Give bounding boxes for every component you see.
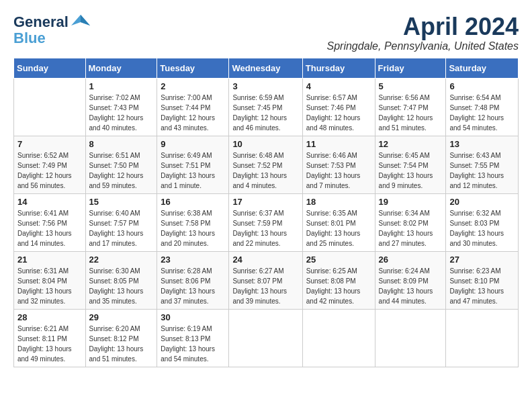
- day-number: 28: [17, 312, 82, 322]
- day-number: 16: [161, 197, 225, 207]
- calendar-cell: 11 Sunrise: 6:46 AMSunset: 7:53 PMDaylig…: [302, 136, 375, 193]
- day-info: Sunrise: 6:41 AMSunset: 7:56 PMDaylight:…: [17, 210, 72, 247]
- day-info: Sunrise: 6:35 AMSunset: 8:01 PMDaylight:…: [306, 210, 361, 247]
- calendar-cell: 10 Sunrise: 6:48 AMSunset: 7:52 PMDaylig…: [229, 136, 302, 193]
- day-number: 4: [306, 81, 371, 91]
- svg-marker-1: [81, 15, 90, 26]
- day-number: 1: [89, 81, 154, 91]
- calendar-cell: 26 Sunrise: 6:24 AMSunset: 8:09 PMDaylig…: [375, 251, 446, 309]
- day-info: Sunrise: 6:45 AMSunset: 7:54 PMDaylight:…: [379, 152, 433, 189]
- day-info: Sunrise: 6:48 AMSunset: 7:52 PMDaylight:…: [232, 152, 287, 189]
- day-info: Sunrise: 6:43 AMSunset: 7:55 PMDaylight:…: [449, 152, 504, 189]
- day-info: Sunrise: 7:00 AMSunset: 7:44 PMDaylight:…: [161, 94, 215, 132]
- day-info: Sunrise: 6:19 AMSunset: 8:13 PMDaylight:…: [161, 325, 215, 363]
- day-number: 29: [89, 312, 154, 322]
- calendar-week-row: 14 Sunrise: 6:41 AMSunset: 7:56 PMDaylig…: [14, 193, 519, 251]
- day-number: 21: [17, 255, 82, 265]
- day-info: Sunrise: 6:49 AMSunset: 7:51 PMDaylight:…: [161, 152, 215, 189]
- logo-bird-icon: [71, 13, 90, 31]
- logo-text: General: [13, 14, 69, 30]
- col-friday: Friday: [375, 58, 446, 78]
- month-title: April 2024: [326, 13, 519, 40]
- day-info: Sunrise: 6:24 AMSunset: 8:09 PMDaylight:…: [379, 267, 433, 305]
- day-info: Sunrise: 6:30 AMSunset: 8:05 PMDaylight:…: [89, 267, 144, 305]
- calendar-week-row: 21 Sunrise: 6:31 AMSunset: 8:04 PMDaylig…: [14, 251, 519, 309]
- col-thursday: Thursday: [302, 58, 375, 78]
- page: General Blue April 2024 Springdale, Penn…: [0, 0, 532, 381]
- day-info: Sunrise: 6:51 AMSunset: 7:50 PMDaylight:…: [89, 152, 144, 189]
- calendar-cell: 4 Sunrise: 6:57 AMSunset: 7:46 PMDayligh…: [302, 78, 375, 136]
- calendar-cell: [302, 309, 375, 367]
- day-info: Sunrise: 6:27 AMSunset: 8:07 PMDaylight:…: [232, 267, 287, 305]
- calendar-cell: 15 Sunrise: 6:40 AMSunset: 7:57 PMDaylig…: [85, 193, 157, 251]
- calendar-table: Sunday Monday Tuesday Wednesday Thursday…: [13, 58, 519, 367]
- col-sunday: Sunday: [14, 58, 86, 78]
- logo-blue-text: Blue: [13, 30, 46, 47]
- calendar-week-row: 7 Sunrise: 6:52 AMSunset: 7:49 PMDayligh…: [14, 136, 519, 193]
- day-number: 11: [306, 139, 371, 149]
- calendar-cell: 21 Sunrise: 6:31 AMSunset: 8:04 PMDaylig…: [14, 251, 86, 309]
- location-title: Springdale, Pennsylvania, United States: [326, 40, 519, 52]
- day-info: Sunrise: 6:25 AMSunset: 8:08 PMDaylight:…: [306, 267, 361, 305]
- calendar-cell: 3 Sunrise: 6:59 AMSunset: 7:45 PMDayligh…: [229, 78, 302, 136]
- day-number: 17: [232, 197, 298, 207]
- calendar-week-row: 28 Sunrise: 6:21 AMSunset: 8:11 PMDaylig…: [14, 309, 519, 367]
- col-monday: Monday: [85, 58, 157, 78]
- day-number: 25: [306, 255, 371, 265]
- calendar-header: Sunday Monday Tuesday Wednesday Thursday…: [14, 58, 519, 78]
- day-number: 13: [449, 139, 515, 149]
- day-number: 12: [379, 139, 443, 149]
- calendar-cell: 30 Sunrise: 6:19 AMSunset: 8:13 PMDaylig…: [157, 309, 229, 367]
- calendar-cell: 24 Sunrise: 6:27 AMSunset: 8:07 PMDaylig…: [229, 251, 302, 309]
- day-number: 18: [306, 197, 371, 207]
- calendar-week-row: 1 Sunrise: 7:02 AMSunset: 7:43 PMDayligh…: [14, 78, 519, 136]
- day-number: 30: [161, 312, 225, 322]
- day-info: Sunrise: 6:37 AMSunset: 7:59 PMDaylight:…: [232, 210, 287, 247]
- day-info: Sunrise: 6:46 AMSunset: 7:53 PMDaylight:…: [306, 152, 361, 189]
- header: General Blue April 2024 Springdale, Penn…: [13, 13, 519, 52]
- calendar-cell: 29 Sunrise: 6:20 AMSunset: 8:12 PMDaylig…: [85, 309, 157, 367]
- day-number: 5: [379, 81, 443, 91]
- calendar-cell: 17 Sunrise: 6:37 AMSunset: 7:59 PMDaylig…: [229, 193, 302, 251]
- calendar-cell: 5 Sunrise: 6:56 AMSunset: 7:47 PMDayligh…: [375, 78, 446, 136]
- day-number: 19: [379, 197, 443, 207]
- day-number: 27: [449, 255, 515, 265]
- calendar-cell: 19 Sunrise: 6:34 AMSunset: 8:02 PMDaylig…: [375, 193, 446, 251]
- day-info: Sunrise: 6:57 AMSunset: 7:46 PMDaylight:…: [306, 94, 361, 132]
- day-number: 10: [232, 139, 298, 149]
- day-info: Sunrise: 6:52 AMSunset: 7:49 PMDaylight:…: [17, 152, 72, 189]
- header-row: Sunday Monday Tuesday Wednesday Thursday…: [14, 58, 519, 78]
- logo: General Blue: [13, 13, 90, 47]
- day-info: Sunrise: 6:54 AMSunset: 7:48 PMDaylight:…: [449, 94, 504, 132]
- calendar-cell: 2 Sunrise: 7:00 AMSunset: 7:44 PMDayligh…: [157, 78, 229, 136]
- calendar-cell: 9 Sunrise: 6:49 AMSunset: 7:51 PMDayligh…: [157, 136, 229, 193]
- day-info: Sunrise: 6:32 AMSunset: 8:03 PMDaylight:…: [449, 210, 504, 247]
- calendar-cell: 16 Sunrise: 6:38 AMSunset: 7:58 PMDaylig…: [157, 193, 229, 251]
- col-wednesday: Wednesday: [229, 58, 302, 78]
- calendar-cell: 18 Sunrise: 6:35 AMSunset: 8:01 PMDaylig…: [302, 193, 375, 251]
- day-info: Sunrise: 6:23 AMSunset: 8:10 PMDaylight:…: [449, 267, 504, 305]
- calendar-cell: [375, 309, 446, 367]
- calendar-cell: 13 Sunrise: 6:43 AMSunset: 7:55 PMDaylig…: [446, 136, 519, 193]
- day-info: Sunrise: 6:40 AMSunset: 7:57 PMDaylight:…: [89, 210, 144, 247]
- day-number: 20: [449, 197, 515, 207]
- day-number: 23: [161, 255, 225, 265]
- calendar-cell: 8 Sunrise: 6:51 AMSunset: 7:50 PMDayligh…: [85, 136, 157, 193]
- day-number: 14: [17, 197, 82, 207]
- day-info: Sunrise: 6:20 AMSunset: 8:12 PMDaylight:…: [89, 325, 144, 363]
- calendar-cell: 6 Sunrise: 6:54 AMSunset: 7:48 PMDayligh…: [446, 78, 519, 136]
- calendar-cell: 28 Sunrise: 6:21 AMSunset: 8:11 PMDaylig…: [14, 309, 86, 367]
- day-info: Sunrise: 6:38 AMSunset: 7:58 PMDaylight:…: [161, 210, 215, 247]
- day-info: Sunrise: 6:59 AMSunset: 7:45 PMDaylight:…: [232, 94, 287, 132]
- day-number: 6: [449, 81, 515, 91]
- day-number: 7: [17, 139, 82, 149]
- day-info: Sunrise: 7:02 AMSunset: 7:43 PMDaylight:…: [89, 94, 144, 132]
- calendar-cell: 27 Sunrise: 6:23 AMSunset: 8:10 PMDaylig…: [446, 251, 519, 309]
- calendar-cell: 14 Sunrise: 6:41 AMSunset: 7:56 PMDaylig…: [14, 193, 86, 251]
- day-number: 3: [232, 81, 298, 91]
- day-info: Sunrise: 6:34 AMSunset: 8:02 PMDaylight:…: [379, 210, 433, 247]
- calendar-cell: 20 Sunrise: 6:32 AMSunset: 8:03 PMDaylig…: [446, 193, 519, 251]
- calendar-body: 1 Sunrise: 7:02 AMSunset: 7:43 PMDayligh…: [14, 78, 519, 367]
- day-number: 22: [89, 255, 154, 265]
- day-info: Sunrise: 6:56 AMSunset: 7:47 PMDaylight:…: [379, 94, 433, 132]
